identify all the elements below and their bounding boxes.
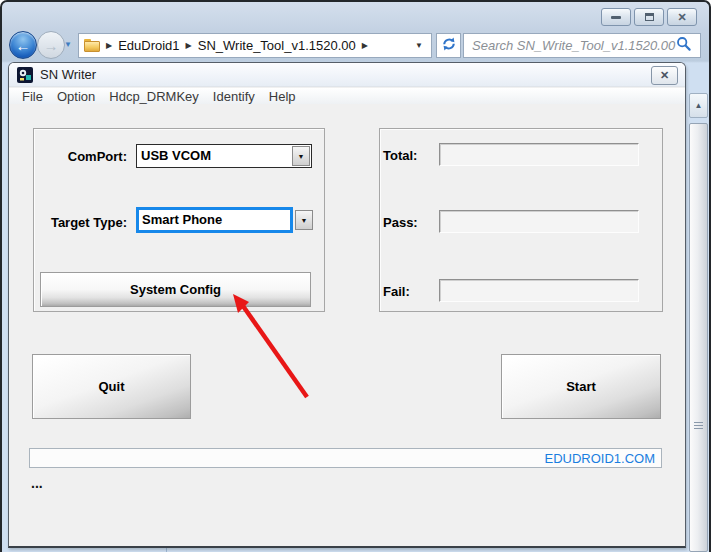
system-config-button[interactable]: System Config [40,272,311,307]
window-controls: ✕ [601,8,697,26]
app-close-button[interactable]: ✕ [651,66,678,85]
address-dropdown[interactable]: ▼ [415,41,423,50]
menu-hdcp-drmkey[interactable]: Hdcp_DRMKey [102,89,206,104]
target-type-combobox[interactable]: Smart Phone [136,207,293,233]
pass-label: Pass: [383,215,418,230]
target-type-dropdown-button[interactable]: ▼ [295,210,313,230]
search-icon [676,36,692,56]
start-button[interactable]: Start [501,354,661,419]
app-titlebar[interactable]: SN Writer ✕ [9,63,685,87]
menu-help[interactable]: Help [262,89,303,104]
chevron-down-icon: ▼ [64,40,72,49]
app-icon [17,67,33,83]
menu-option[interactable]: Option [50,89,102,104]
menu-identify[interactable]: Identify [206,89,262,104]
minimize-button[interactable] [601,8,631,26]
quit-button[interactable]: Quit [32,354,191,419]
minimize-icon [611,16,621,19]
chevron-right-icon: ▶ [362,41,368,50]
recent-pages-dropdown[interactable]: ▼ [64,40,72,49]
comport-value: USB VCOM [141,148,211,163]
comport-label: ComPort: [31,149,127,164]
refresh-icon [441,36,457,56]
scrollbar-thumb[interactable] [689,123,708,552]
back-icon: ← [16,37,31,54]
close-icon: ✕ [677,11,686,24]
status-brand-text: EDUDROID1.COM [544,451,655,466]
folder-icon [84,39,100,52]
chevron-down-icon: ▼ [298,153,305,160]
restore-button[interactable] [634,8,664,26]
sn-writer-window: SN Writer ✕ File Option Hdcp_DRMKey Iden… [8,62,686,548]
start-label: Start [566,379,596,394]
forward-button[interactable]: → [37,31,65,59]
scrollbar-up-button[interactable]: ▲ [689,93,708,118]
target-type-value: Smart Phone [142,212,222,227]
breadcrumb-item-edudroid1[interactable]: EduDroid1 [118,38,179,53]
scrollbar-grip-icon [694,422,703,430]
refresh-button[interactable] [436,33,461,58]
chevron-up-icon: ▲ [695,101,703,110]
back-button[interactable]: ← [9,31,37,59]
menu-file[interactable]: File [15,89,50,104]
scrollbar[interactable]: ▲ [688,62,709,552]
statusbar-divider [166,548,167,552]
close-icon: ✕ [660,69,669,82]
search-input[interactable]: Search SN_Write_Tool_v1.1520.00 [463,33,701,58]
comport-dropdown-button[interactable]: ▼ [292,146,310,166]
pass-field [439,210,639,233]
chevron-right-icon: ▶ [186,41,192,50]
system-config-label: System Config [130,282,221,297]
close-button[interactable]: ✕ [667,8,697,26]
forward-icon: → [44,37,59,54]
address-bar[interactable]: ▶ EduDroid1 ▶ SN_Write_Tool_v1.1520.00 ▶… [78,33,432,58]
chevron-down-icon: ▼ [301,217,308,224]
fail-label: Fail: [383,284,410,299]
breadcrumb-item-snwritetool[interactable]: SN_Write_Tool_v1.1520.00 [198,38,356,53]
app-title: SN Writer [40,67,96,82]
fail-field [439,279,639,302]
target-type-label: Target Type: [31,215,127,230]
progress-strip: EDUDROID1.COM [29,448,662,468]
log-text: ... [31,475,43,491]
quit-label: Quit [99,379,125,394]
restore-icon [645,13,654,21]
total-label: Total: [383,148,417,163]
comport-combobox[interactable]: USB VCOM ▼ [136,144,312,168]
total-field [439,143,639,166]
chevron-right-icon: ▶ [106,41,112,50]
menubar: File Option Hdcp_DRMKey Identify Help [9,88,685,104]
search-placeholder: Search SN_Write_Tool_v1.1520.00 [472,38,676,53]
